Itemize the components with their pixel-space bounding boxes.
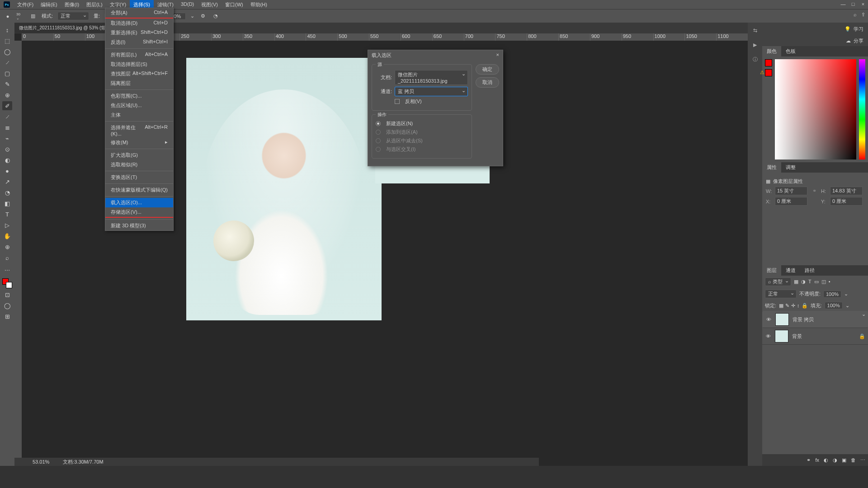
menu-item-所有图层(L)[interactable]: 所有图层(L)Alt+Ctrl+A: [105, 50, 173, 60]
filter-icon[interactable]: ◫: [821, 279, 826, 285]
menu-item-取消选择图层(S)[interactable]: 取消选择图层(S): [105, 60, 173, 69]
menu-item-重新选择(E)[interactable]: 重新选择(E)Shift+Ctrl+D: [105, 28, 173, 38]
zoom-value[interactable]: 53.01%: [33, 459, 49, 465]
dock-toggle-icon[interactable]: ⇆: [751, 26, 759, 34]
menu-item-全部(A)[interactable]: 全部(A)Ctrl+A: [105, 8, 173, 18]
tab-properties[interactable]: 属性: [762, 162, 781, 173]
layer-footer-icon[interactable]: fx: [815, 457, 819, 463]
tab-paths[interactable]: 路径: [800, 265, 819, 276]
menu-item-选取相似(R)[interactable]: 选取相似(R): [105, 160, 173, 169]
fg-swatch[interactable]: [765, 59, 772, 66]
menu-item-变换选区(T)[interactable]: 变换选区(T): [105, 173, 173, 182]
tool-extra[interactable]: ⊞: [2, 312, 12, 321]
tool-17[interactable]: T: [2, 210, 12, 219]
tool-4[interactable]: ▢: [2, 69, 12, 78]
menu-文件(F)[interactable]: 文件(F): [14, 0, 37, 9]
w-input[interactable]: 15 英寸: [775, 187, 807, 195]
menu-item-修改(M)[interactable]: 修改(M)▸: [105, 138, 173, 147]
layer-footer-icon[interactable]: ◑: [833, 457, 837, 463]
menu-item-扩大选取(G)[interactable]: 扩大选取(G): [105, 150, 173, 160]
learn-label[interactable]: 学习: [854, 26, 863, 33]
blend-select[interactable]: 正常: [765, 290, 797, 298]
lock-icon[interactable]: ▦: [779, 303, 783, 309]
menu-item-取消选择(D)[interactable]: 取消选择(D)Ctrl+D: [105, 19, 173, 28]
menu-item-主体[interactable]: 主体: [105, 110, 173, 120]
win-min[interactable]: —: [840, 1, 846, 7]
tool-13[interactable]: ●: [2, 166, 12, 175]
filter-icon[interactable]: ◑: [801, 279, 806, 285]
tab-adjustments[interactable]: 调整: [781, 162, 800, 173]
cloud-icon[interactable]: ☁: [846, 38, 851, 44]
layer-footer-icon[interactable]: ◐: [824, 457, 828, 463]
lock-icon[interactable]: ✛: [791, 303, 795, 309]
menu-窗口(W)[interactable]: 窗口(W): [222, 0, 247, 9]
layer-kind-select[interactable]: ⌕ 类型: [765, 277, 791, 286]
lock-icon[interactable]: 🔒: [802, 303, 808, 309]
menu-item-色彩范围(C)...[interactable]: 色彩范围(C)...: [105, 91, 173, 101]
layer-footer-icon[interactable]: ⚭: [807, 457, 811, 463]
tool-7[interactable]: ✐: [2, 101, 12, 110]
lock-icon[interactable]: ✎: [785, 303, 789, 309]
tool-extra[interactable]: ◯: [2, 301, 12, 310]
pressure-opacity-icon[interactable]: ◔: [212, 12, 220, 20]
tool-22[interactable]: …: [2, 264, 12, 273]
menu-图层(L)[interactable]: 图层(L): [83, 0, 106, 9]
filter-icon[interactable]: ▦: [794, 279, 798, 285]
bg-swatch[interactable]: ⚠: [765, 69, 772, 76]
share-icon[interactable]: ⇪: [861, 12, 865, 18]
menu-3D(D)[interactable]: 3D(D): [177, 0, 198, 9]
tool-10[interactable]: ⌁: [2, 134, 12, 143]
channel-select[interactable]: 蓝 拷贝: [395, 87, 468, 96]
canvas-artboard[interactable]: [186, 58, 382, 320]
x-input[interactable]: 0 厘米: [775, 197, 807, 206]
brush-size[interactable]: 30 ⌄: [16, 12, 24, 20]
filter-icon[interactable]: T: [808, 279, 811, 285]
layer-row[interactable]: 👁背景 拷贝: [762, 311, 868, 328]
tab-layers[interactable]: 图层: [762, 265, 781, 276]
lock-icon[interactable]: ↕: [797, 303, 800, 309]
tool-18[interactable]: ▷: [2, 221, 12, 230]
doc-select[interactable]: 微信图片_20211118150313.jpg: [395, 70, 468, 85]
tool-1[interactable]: ⬚: [2, 36, 12, 45]
tool-8[interactable]: ⟋: [2, 112, 12, 121]
hue-slider[interactable]: [859, 59, 865, 160]
mode-select[interactable]: 正常: [57, 12, 89, 20]
menu-item-查找图层[interactable]: 查找图层Alt+Shift+Ctrl+F: [105, 69, 173, 79]
menu-item-隔离图层[interactable]: 隔离图层: [105, 79, 173, 88]
menu-item-新建 3D 模型(3)[interactable]: 新建 3D 模型(3): [105, 221, 173, 230]
tool-21[interactable]: ⌕: [2, 253, 12, 262]
tool-6[interactable]: ⊕: [2, 90, 12, 99]
layer-row[interactable]: 👁背景🔒: [762, 328, 868, 345]
y-input[interactable]: 0 厘米: [830, 197, 863, 206]
menu-编辑(E)[interactable]: 编辑(E): [37, 0, 61, 9]
op-radio-0[interactable]: [376, 121, 381, 126]
brush-preset-icon[interactable]: ▥: [29, 12, 37, 20]
tool-3[interactable]: ⟋: [2, 58, 12, 67]
opacity-input[interactable]: 100%: [823, 291, 841, 298]
tool-0[interactable]: ↕: [2, 25, 12, 34]
share-label[interactable]: 分享: [854, 38, 863, 44]
bg-color[interactable]: [6, 282, 12, 288]
color-picker[interactable]: [775, 59, 856, 160]
menu-item-载入选区(O)...[interactable]: 载入选区(O)...: [105, 198, 173, 207]
layer-footer-icon[interactable]: 🗑: [851, 457, 856, 463]
gear-icon[interactable]: ⚙: [199, 12, 207, 20]
menu-item-选择并遮住(K)...[interactable]: 选择并遮住(K)...Alt+Ctrl+R: [105, 123, 173, 138]
tool-15[interactable]: ◔: [2, 188, 12, 197]
tool-12[interactable]: ◐: [2, 155, 12, 164]
tab-color[interactable]: 颜色: [762, 46, 781, 56]
filter-icon[interactable]: ▭: [814, 279, 819, 285]
menu-item-焦点区域(U)...[interactable]: 焦点区域(U)...: [105, 101, 173, 110]
ok-button[interactable]: 确定: [476, 64, 499, 75]
tool-11[interactable]: ⊙: [2, 145, 12, 154]
win-max[interactable]: □: [850, 1, 856, 7]
info-icon[interactable]: ⓘ: [751, 55, 759, 63]
menu-帮助(H)[interactable]: 帮助(H): [247, 0, 271, 9]
layer-footer-icon[interactable]: ▣: [842, 457, 846, 463]
visibility-icon[interactable]: 👁: [765, 317, 772, 322]
play-icon[interactable]: ▶: [751, 41, 759, 49]
visibility-icon[interactable]: 👁: [765, 333, 771, 339]
win-close[interactable]: ×: [860, 1, 866, 7]
tool-20[interactable]: ⊕: [2, 242, 12, 251]
h-input[interactable]: 14.83 英寸: [830, 187, 863, 195]
